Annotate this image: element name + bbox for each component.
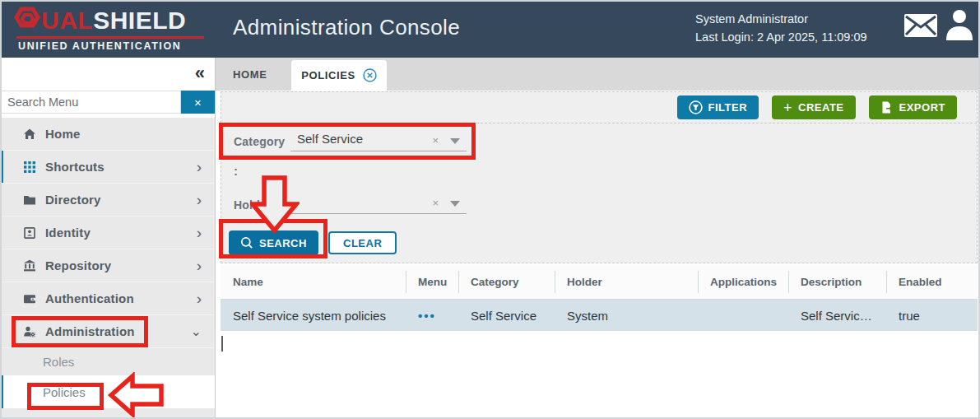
filter-panel: FILTER + CREATE EXPORT Category Self Ser… [221, 91, 978, 263]
last-login: Last Login: 2 Apr 2025, 11:09:09 [695, 29, 867, 47]
sidebar-collapse-icon[interactable]: « [195, 61, 205, 86]
chevron-right-icon: › [197, 159, 202, 175]
text-cursor-artifact [221, 336, 223, 351]
wallet-icon [23, 292, 36, 305]
column-header[interactable]: Description [788, 265, 886, 299]
chevron-right-icon: › [197, 225, 202, 240]
logo-rule [16, 36, 204, 39]
search-clear-button[interactable]: × [181, 91, 215, 114]
select-clear-icon[interactable]: × [432, 134, 439, 147]
brand-dual: UAL [41, 7, 93, 35]
user-avatar-icon[interactable] [945, 9, 974, 40]
filter-button-label: FILTER [708, 101, 748, 114]
category-select-value: Self Service [297, 132, 363, 146]
holder-select[interactable]: × [290, 192, 467, 214]
search-icon [240, 236, 253, 249]
column-header[interactable]: Category [458, 265, 555, 299]
column-header[interactable]: Applications [698, 265, 788, 299]
table-header-row: Name Menu Category Holder Applications D… [221, 265, 978, 300]
funnel-icon [689, 100, 703, 114]
search-button-label: SEARCH [259, 237, 307, 249]
sidebar-item-repository[interactable]: Repository › [0, 249, 215, 282]
category-select[interactable]: Self Service × [290, 129, 467, 151]
sidebar: « × Home Shortcuts [0, 58, 216, 419]
main-content: FILTER + CREATE EXPORT Category Self Ser… [216, 91, 980, 419]
chevron-right-icon: › [197, 291, 202, 306]
cell-enabled: true [886, 300, 978, 331]
folder-icon [23, 193, 36, 207]
cell-category: Self Service [458, 300, 555, 331]
clear-button[interactable]: CLEAR [328, 231, 397, 254]
chevron-down-icon: ⌄ [191, 325, 202, 338]
sidebar-item-administration[interactable]: Administration ⌄ [0, 315, 215, 348]
sidebar-item-authentication[interactable]: Authentication › [0, 282, 215, 315]
export-button[interactable]: EXPORT [869, 95, 957, 119]
sidebar-menu: Home Shortcuts › Directory › [0, 118, 215, 408]
search-button[interactable]: SEARCH [229, 230, 318, 255]
admin-gear-icon [23, 325, 36, 338]
sidebar-item-identity[interactable]: Identity › [0, 216, 215, 249]
sidebar-top: « × [0, 58, 215, 118]
mail-icon[interactable] [903, 13, 938, 38]
brand-shield: SHIELD [93, 7, 186, 35]
export-button-label: EXPORT [899, 101, 945, 114]
column-header[interactable]: Enabled [886, 265, 978, 299]
sidebar-item-label: Repository [45, 258, 111, 272]
row-menu-icon[interactable]: ••• [418, 309, 436, 323]
page-title: Administration Console [233, 15, 460, 40]
tab-label: POLICIES [301, 69, 355, 81]
app-header: UALSHIELD UNIFIED AUTHENTICATION Adminis… [0, 0, 980, 58]
hexagon-logo-icon [13, 6, 43, 35]
sidebar-subitem-label: Roles [43, 355, 74, 369]
export-doc-icon [880, 100, 894, 114]
tab-policies[interactable]: POLICIES [291, 60, 387, 91]
create-button-label: CREATE [798, 101, 843, 114]
sidebar-item-policies[interactable]: Policies [0, 375, 215, 408]
tab-bar: HOME POLICIES [216, 58, 980, 91]
home-icon [23, 128, 36, 141]
tab-home[interactable]: HOME [233, 58, 267, 91]
column-header[interactable]: Name [221, 265, 406, 299]
plus-icon: + [783, 100, 792, 115]
stray-colon: : [234, 164, 238, 178]
dualshield-admin-console: UALSHIELD UNIFIED AUTHENTICATION Adminis… [0, 0, 980, 419]
cell-applications [698, 300, 788, 331]
column-header[interactable]: Menu [406, 265, 458, 299]
sidebar-item-shortcuts[interactable]: Shortcuts › [0, 151, 215, 184]
dualshield-logo: UALSHIELD UNIFIED AUTHENTICATION [13, 6, 219, 52]
logo-tagline: UNIFIED AUTHENTICATION [18, 40, 219, 52]
cell-name: Self Service system policies [221, 300, 406, 331]
sidebar-subitem-label: Policies [43, 385, 86, 399]
search-menu-input[interactable] [0, 91, 181, 114]
sidebar-item-label: Identity [45, 226, 91, 240]
sidebar-item-label: Directory [45, 193, 101, 207]
sidebar-item-home[interactable]: Home [0, 118, 215, 151]
user-name: System Administrator [695, 11, 867, 29]
column-header[interactable]: Holder [555, 265, 698, 299]
filter-button[interactable]: FILTER [677, 95, 759, 119]
tab-close-icon[interactable] [363, 68, 377, 82]
chevron-right-icon: › [197, 192, 202, 207]
select-clear-icon[interactable]: × [432, 197, 439, 209]
bank-icon [23, 259, 36, 272]
table-row[interactable]: Self Service system policies ••• Self Se… [221, 300, 978, 331]
sidebar-item-directory[interactable]: Directory › [0, 184, 215, 216]
id-card-icon [23, 226, 36, 240]
select-caret-icon[interactable] [450, 201, 460, 207]
create-button[interactable]: + CREATE [772, 95, 856, 119]
toolbar: FILTER + CREATE EXPORT [221, 92, 977, 123]
sidebar-item-label: Authentication [45, 291, 134, 305]
category-label: Category [234, 135, 285, 148]
policies-table: Name Menu Category Holder Applications D… [221, 265, 978, 331]
grid-icon [23, 161, 36, 174]
sidebar-item-roles[interactable]: Roles [0, 348, 215, 375]
holder-label: Holder : [234, 198, 279, 212]
cell-description: Self Servic… [788, 300, 886, 331]
sidebar-item-label: Administration [45, 324, 135, 338]
chevron-right-icon: › [197, 258, 202, 273]
select-caret-icon[interactable] [450, 138, 460, 144]
cell-holder: System [555, 300, 698, 331]
user-info: System Administrator Last Login: 2 Apr 2… [695, 11, 867, 47]
sidebar-item-label: Home [45, 127, 80, 141]
sidebar-item-label: Shortcuts [45, 160, 105, 174]
